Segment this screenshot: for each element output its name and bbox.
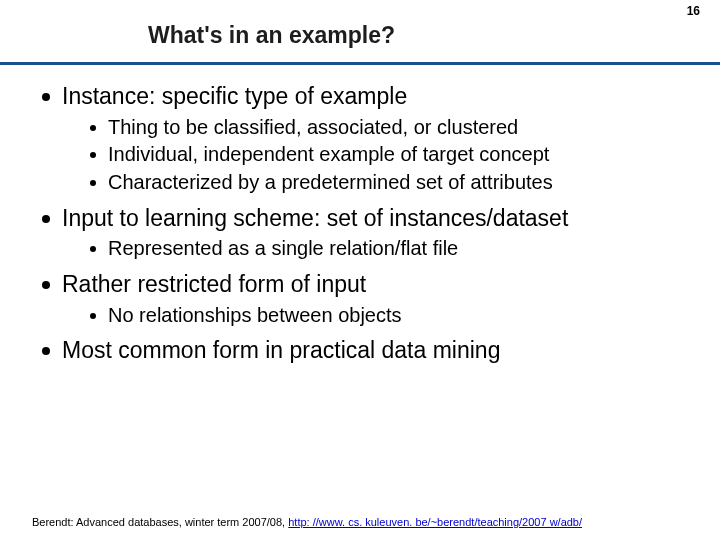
bullet-text: Input to learning scheme: set of instanc… <box>62 205 568 231</box>
bullet-text: No relationships between objects <box>108 304 402 326</box>
bullet-list: Instance: specific type of example Thing… <box>38 82 690 365</box>
list-item: Thing to be classified, associated, or c… <box>88 115 690 141</box>
bullet-text: Individual, independent example of targe… <box>108 143 549 165</box>
sub-list: Thing to be classified, associated, or c… <box>62 115 690 196</box>
bullet-text: Represented as a single relation/flat fi… <box>108 237 458 259</box>
bullet-text: Instance: specific type of example <box>62 83 407 109</box>
list-item: No relationships between objects <box>88 303 690 329</box>
sub-list: Represented as a single relation/flat fi… <box>62 236 690 262</box>
list-item: Most common form in practical data minin… <box>38 336 690 365</box>
slide: What's in an example? 16 Instance: speci… <box>0 0 720 540</box>
list-item: Represented as a single relation/flat fi… <box>88 236 690 262</box>
bullet-text: Characterized by a predetermined set of … <box>108 171 553 193</box>
footer-link[interactable]: http: //www. cs. kuleuven. be/~berendt/t… <box>288 516 582 528</box>
list-item: Rather restricted form of input No relat… <box>38 270 690 328</box>
sub-list: No relationships between objects <box>62 303 690 329</box>
list-item: Instance: specific type of example Thing… <box>38 82 690 196</box>
list-item: Input to learning scheme: set of instanc… <box>38 204 690 262</box>
slide-header: What's in an example? 16 <box>0 0 720 65</box>
slide-body: Instance: specific type of example Thing… <box>38 82 690 369</box>
bullet-text: Rather restricted form of input <box>62 271 366 297</box>
slide-footer: Berendt: Advanced databases, winter term… <box>32 516 582 528</box>
bullet-text: Thing to be classified, associated, or c… <box>108 116 518 138</box>
list-item: Individual, independent example of targe… <box>88 142 690 168</box>
page-number: 16 <box>687 4 700 18</box>
footer-text: Berendt: Advanced databases, winter term… <box>32 516 288 528</box>
bullet-text: Most common form in practical data minin… <box>62 337 500 363</box>
slide-title: What's in an example? <box>148 22 395 49</box>
list-item: Characterized by a predetermined set of … <box>88 170 690 196</box>
